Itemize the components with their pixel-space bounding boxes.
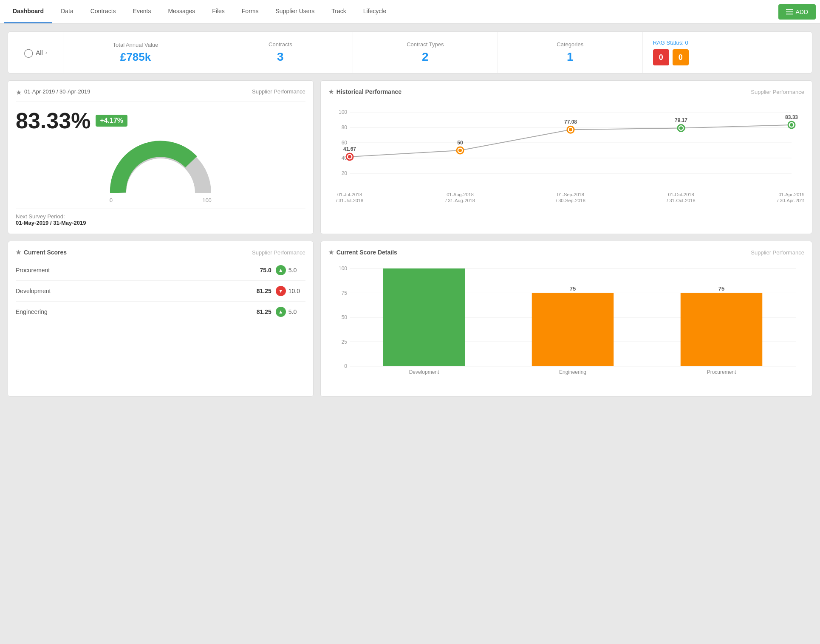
tav-label: Total Annual Value: [113, 42, 158, 48]
gauge-labels: 0 100: [110, 197, 212, 203]
historical-panel: ★ Historical Performance Supplier Perfor…: [320, 80, 812, 234]
scores-header: ★ Current Scores Supplier Performance: [16, 249, 305, 256]
score-value: 81.25: [257, 308, 271, 315]
rag-red-badge: 0: [653, 49, 669, 65]
delta-badge: +4.17%: [96, 115, 127, 127]
score-delta: 5.0: [288, 267, 305, 274]
tab-events[interactable]: Events: [124, 0, 160, 23]
star-icon: ★: [16, 88, 22, 96]
historical-title: ★ Historical Performance: [328, 88, 402, 95]
categories-label: Categories: [557, 41, 583, 48]
star-icon-hist: ★: [328, 88, 334, 95]
tab-track[interactable]: Track: [323, 0, 354, 23]
rag-badges: 0 0: [653, 49, 689, 65]
supplier-perf-panel: ★ 01-Apr-2019 / 30-Apr-2019 Supplier Per…: [8, 80, 314, 234]
contract-types-section: Contract Types 2: [353, 32, 498, 73]
score-value: 75.0: [260, 267, 271, 274]
current-scores-panel: ★ Current Scores Supplier Performance Pr…: [8, 241, 314, 397]
categories-section: Categories 1: [498, 32, 643, 73]
score-direction-icon: ▲: [276, 265, 286, 275]
score-delta: 10.0: [288, 288, 305, 294]
tab-messages[interactable]: Messages: [159, 0, 204, 23]
score-details-subtitle: Supplier Performance: [751, 249, 804, 256]
tab-lifecycle[interactable]: Lifecycle: [355, 0, 395, 23]
tav-value: £785k: [120, 51, 151, 64]
historical-subtitle: Supplier Performance: [751, 89, 804, 95]
rag-section: RAG Status: 0 0 0: [643, 32, 812, 73]
star-icon-scores: ★: [16, 249, 21, 256]
tab-forms[interactable]: Forms: [233, 0, 267, 23]
big-percentage: 83.33%: [16, 108, 90, 133]
tab-dashboard[interactable]: Dashboard: [4, 0, 52, 23]
tab-files[interactable]: Files: [204, 0, 233, 23]
next-survey: Next Survey Period: 01-May-2019 / 31-May…: [16, 209, 305, 226]
score-name: Engineering: [16, 308, 257, 315]
row2: ★ 01-Apr-2019 / 30-Apr-2019 Supplier Per…: [8, 80, 812, 234]
score-details-title: ★ Current Score Details: [328, 249, 397, 256]
main-content: ◯ All › Total Annual Value £785k Contrac…: [0, 24, 820, 404]
historical-chart-canvas: [328, 99, 804, 218]
perf-type: Supplier Performance: [252, 88, 305, 95]
person-icon: ◯: [24, 48, 33, 58]
contract-types-value: 2: [422, 50, 429, 64]
summary-card: ◯ All › Total Annual Value £785k Contrac…: [8, 31, 812, 73]
score-row: Engineering 81.25 ▲ 5.0: [16, 302, 305, 322]
contract-types-label: Contract Types: [407, 41, 444, 48]
nav-bar: Dashboard Data Contracts Events Messages…: [0, 0, 820, 24]
historical-header: ★ Historical Performance Supplier Perfor…: [328, 88, 804, 95]
score-name: Procurement: [16, 267, 260, 274]
score-row: Development 81.25 ▼ 10.0: [16, 281, 305, 302]
tab-supplier-users[interactable]: Supplier Users: [267, 0, 323, 23]
score-direction-icon: ▲: [276, 307, 286, 317]
scores-title: ★ Current Scores: [16, 249, 67, 256]
bar-chart-canvas: [328, 260, 804, 387]
add-button[interactable]: ADD: [778, 4, 816, 20]
chevron-right-icon: ›: [45, 50, 47, 56]
categories-value: 1: [567, 50, 574, 64]
contracts-value: 3: [277, 50, 284, 64]
contracts-section: Contracts 3: [208, 32, 353, 73]
scores-subtitle: Supplier Performance: [252, 249, 305, 256]
scores-list: Procurement 75.0 ▲ 5.0 Development 81.25…: [16, 260, 305, 322]
hamburger-icon: [786, 9, 793, 14]
score-row: Procurement 75.0 ▲ 5.0: [16, 260, 305, 281]
perf-date: 01-Apr-2019 / 30-Apr-2019: [24, 88, 90, 95]
tab-contracts[interactable]: Contracts: [82, 0, 124, 23]
row3: ★ Current Scores Supplier Performance Pr…: [8, 241, 812, 397]
total-annual-value-section: Total Annual Value £785k: [63, 32, 208, 73]
score-details-header: ★ Current Score Details Supplier Perform…: [328, 249, 804, 256]
gauge-chart: 0 100: [110, 138, 212, 203]
perf-date-type: ★ 01-Apr-2019 / 30-Apr-2019: [16, 88, 90, 96]
score-value: 81.25: [257, 288, 271, 294]
score-direction-icon: ▼: [276, 286, 286, 296]
all-filter[interactable]: ◯ All ›: [8, 32, 63, 73]
star-icon-details: ★: [328, 249, 334, 256]
score-details-panel: ★ Current Score Details Supplier Perform…: [320, 241, 812, 397]
tab-data[interactable]: Data: [52, 0, 82, 23]
contracts-label: Contracts: [269, 41, 292, 48]
score-delta: 5.0: [288, 308, 305, 315]
rag-orange-badge: 0: [673, 49, 689, 65]
rag-label: RAG Status: 0: [653, 40, 688, 46]
score-name: Development: [16, 288, 257, 294]
